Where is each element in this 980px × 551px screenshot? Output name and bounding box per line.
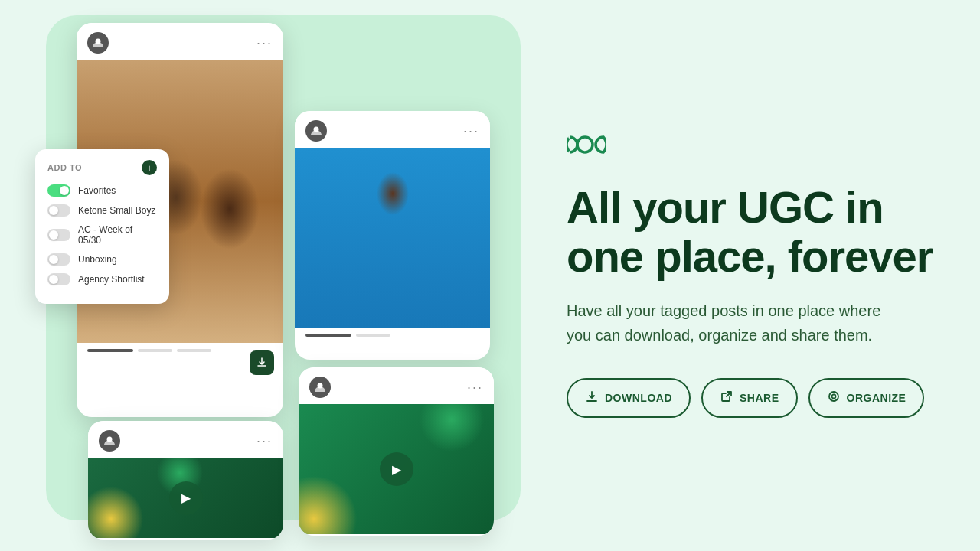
card-4-header: ··· <box>299 367 494 404</box>
toggle-unboxing-label: Unboxing <box>78 254 117 265</box>
phone-card-4: ··· ▶ <box>299 367 494 536</box>
toggle-agency[interactable]: Agency Shortlist <box>47 273 157 285</box>
brand-logo <box>567 133 942 161</box>
play-button-4[interactable]: ▶ <box>380 452 413 486</box>
toggle-ketone-label: Ketone Small Boyz <box>78 205 155 216</box>
toggle-favorites-label: Favorites <box>78 185 116 196</box>
toggle-agency-switch[interactable] <box>47 273 70 285</box>
svg-point-4 <box>829 392 838 401</box>
organize-cta-button[interactable]: ORGANIZE <box>808 378 925 418</box>
avatar <box>87 32 109 54</box>
toggle-ac-week[interactable]: AC - Week of 05/30 <box>47 224 157 246</box>
progress-bar-1 <box>138 349 172 352</box>
card-4-image: ▶ <box>299 404 494 534</box>
page-subheadline: Have all your tagged posts in one place … <box>567 298 896 347</box>
toggle-favorites-switch[interactable] <box>47 184 70 197</box>
toggle-ac-week-label: AC - Week of 05/30 <box>78 224 157 246</box>
organize-cta-icon <box>827 390 841 406</box>
headline-line-2: one place, forever <box>567 231 933 281</box>
toggle-agency-label: Agency Shortlist <box>78 274 145 285</box>
more-options-icon[interactable]: ··· <box>256 35 273 51</box>
toggle-ketone[interactable]: Ketone Small Boyz <box>47 204 157 217</box>
progress-bar-2b <box>356 334 390 337</box>
share-cta-label: SHARE <box>740 392 779 404</box>
avatar-4 <box>309 377 331 398</box>
play-button-3[interactable]: ▶ <box>169 481 203 515</box>
add-to-label: ADD TO <box>47 163 82 172</box>
svg-point-5 <box>831 395 835 399</box>
card-3-image: ▶ <box>88 458 283 538</box>
cta-buttons-group: DOWNLOAD SHARE ORGANIZE <box>567 378 942 418</box>
organize-cta-label: ORGANIZE <box>847 392 906 404</box>
more-options-icon-4[interactable]: ··· <box>467 380 483 396</box>
download-cta-button[interactable]: DOWNLOAD <box>567 378 691 418</box>
share-cta-icon <box>720 390 733 406</box>
toggle-unboxing-switch[interactable] <box>47 253 70 266</box>
headline-line-1: All your UGC in <box>567 182 884 232</box>
toggle-unboxing[interactable]: Unboxing <box>47 253 157 266</box>
card-3-header: ··· <box>88 421 283 458</box>
card-2-header: ··· <box>295 111 490 148</box>
page-headline: All your UGC in one place, forever <box>567 183 942 281</box>
phone-card-2: ··· <box>295 111 490 360</box>
share-cta-button[interactable]: SHARE <box>701 378 798 418</box>
more-options-icon-3[interactable]: ··· <box>256 433 273 449</box>
download-cta-label: DOWNLOAD <box>605 392 672 404</box>
left-section: ··· ADD TO + <box>0 0 536 551</box>
avatar-2 <box>305 120 327 142</box>
progress-bar-active <box>87 349 133 352</box>
progress-bar-2a <box>305 334 351 337</box>
progress-bar-2 <box>177 349 211 352</box>
phone-card-3: ··· ▶ <box>88 421 283 540</box>
right-section: All your UGC in one place, forever Have … <box>536 87 980 465</box>
download-cta-icon <box>585 390 599 406</box>
toggle-ketone-switch[interactable] <box>47 204 70 217</box>
avatar-3 <box>99 430 120 452</box>
add-to-header: ADD TO + <box>47 160 157 175</box>
add-to-popup: ADD TO + Favorites Ketone Small Boyz AC … <box>35 149 169 304</box>
more-options-icon-2[interactable]: ··· <box>463 123 479 139</box>
toggle-favorites[interactable]: Favorites <box>47 184 157 197</box>
card-2-footer <box>295 328 490 343</box>
download-button[interactable] <box>250 350 274 375</box>
toggle-ac-week-switch[interactable] <box>47 229 70 241</box>
card-1-header: ··· <box>77 23 283 60</box>
card-2-image <box>295 148 490 328</box>
add-to-plus-button[interactable]: + <box>142 160 157 175</box>
